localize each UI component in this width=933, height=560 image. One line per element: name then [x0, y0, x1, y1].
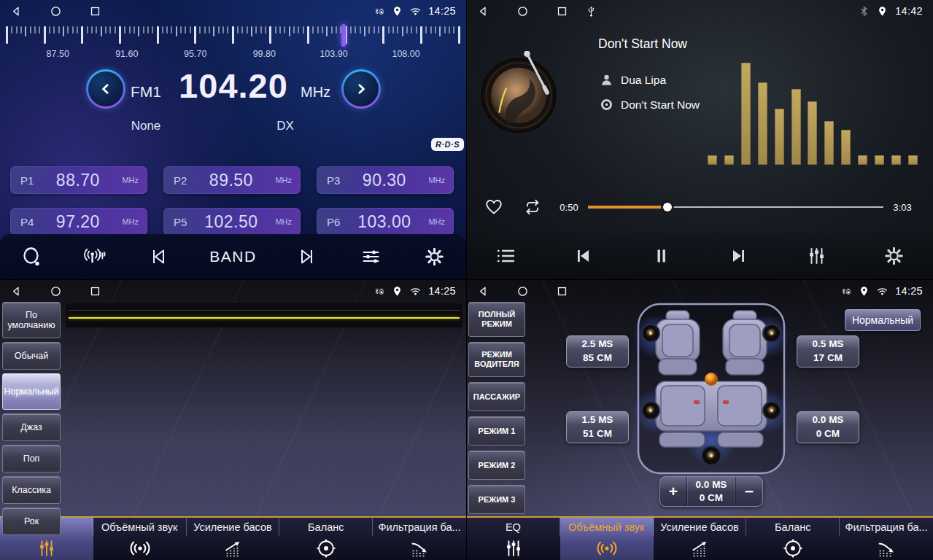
- wifi-icon: [877, 286, 888, 297]
- surround-icon: [93, 536, 187, 560]
- album-row: Don't Start Now: [600, 98, 700, 112]
- nav-back-icon[interactable]: [477, 5, 489, 18]
- band-button[interactable]: BAND: [209, 248, 256, 265]
- spectrum-bar: [708, 155, 717, 165]
- eq-statusbar: 14:25: [0, 280, 466, 302]
- sound-preset-button[interactable]: Нормальный: [845, 309, 921, 331]
- nav-recents-icon[interactable]: [89, 5, 101, 18]
- delay-rear-right-button[interactable]: 0.0 MS0 CM: [797, 411, 859, 443]
- gear-button[interactable]: [422, 246, 446, 268]
- mixer-icon: [805, 245, 829, 267]
- spectrum-bar: [758, 82, 767, 165]
- delay-front-left-button[interactable]: 2.5 MS85 CM: [566, 335, 629, 368]
- player-toolbar: [467, 233, 933, 279]
- nav-recents-icon[interactable]: [556, 285, 568, 298]
- clock: 14:25: [895, 285, 923, 297]
- bluetooth-battery-icon: [840, 286, 851, 297]
- delay-adjust-value: 0.0 MS 0 CM: [686, 477, 736, 506]
- delay-decrease-button[interactable]: −: [736, 483, 762, 500]
- nav-home-icon[interactable]: [516, 285, 529, 298]
- delay-increase-button[interactable]: +: [660, 483, 686, 500]
- tab-filter[interactable]: Фильтрация ба...: [840, 518, 933, 560]
- nav-back-icon[interactable]: [10, 5, 23, 18]
- tab-bass-boost[interactable]: Усиление басов: [654, 518, 747, 560]
- eq-preset-4[interactable]: Поп: [2, 445, 61, 472]
- eq-preset-3[interactable]: Джаз: [2, 413, 61, 441]
- nav-home-icon[interactable]: [50, 285, 62, 298]
- delay-rear-left-button[interactable]: 1.5 MS51 CM: [566, 411, 629, 443]
- eq-preset-6[interactable]: Рок: [2, 508, 61, 535]
- frequency-ticks: [6, 26, 460, 46]
- total-time: 3:03: [888, 202, 917, 213]
- gear-icon: [422, 246, 446, 268]
- eq-curve-display: [66, 303, 462, 327]
- preset-button-p1[interactable]: P1 88.70 MHz: [10, 166, 147, 194]
- elapsed-time: 0:50: [554, 202, 584, 213]
- listening-position-handle[interactable]: [705, 373, 718, 386]
- tune-settings-button[interactable]: [359, 246, 383, 268]
- frequency-scale[interactable]: 87.5091.6095.7099.80103.90108.00: [0, 24, 466, 61]
- tab-balance[interactable]: Баланс: [746, 518, 840, 560]
- repeat-button[interactable]: [521, 197, 544, 217]
- gear-button[interactable]: [882, 245, 906, 267]
- nav-back-icon[interactable]: [10, 285, 23, 298]
- preset-button-p2[interactable]: P2 89.50 MHz: [163, 166, 301, 194]
- clock: 14:42: [895, 5, 923, 17]
- preset-button-p6[interactable]: P6 103.00 MHz: [317, 208, 454, 236]
- mode-3[interactable]: РЕЖИМ 1: [468, 416, 525, 446]
- delay-front-right-button[interactable]: 0.5 MS17 CM: [797, 335, 859, 368]
- seek-bar[interactable]: [588, 202, 883, 212]
- tab-balance[interactable]: Баланс: [279, 518, 373, 560]
- nav-back-icon[interactable]: [477, 285, 489, 298]
- tab-surround[interactable]: Объёмный звук: [93, 518, 187, 560]
- broadcast-icon: [83, 246, 107, 268]
- eq-preset-1[interactable]: Обычай: [2, 342, 61, 370]
- preset-button-p3[interactable]: P3 90.30 MHz: [317, 166, 454, 194]
- eq-preset-5[interactable]: Классика: [2, 476, 61, 504]
- next-track-button[interactable]: [727, 245, 751, 267]
- playlist-button[interactable]: [494, 245, 518, 267]
- nav-home-icon[interactable]: [516, 5, 529, 18]
- seek-knob[interactable]: [663, 203, 672, 211]
- album-disc-icon: [600, 98, 613, 112]
- tab-surround[interactable]: Объёмный звук: [560, 518, 654, 560]
- prev-track-button[interactable]: [571, 245, 595, 267]
- next-outline-icon: [295, 246, 320, 268]
- scale-label: 91.60: [115, 49, 138, 59]
- tune-up-button[interactable]: [341, 69, 381, 109]
- location-icon: [392, 6, 403, 17]
- audio-tabbar-left: EQ Объёмный звук Усиление басов Баланс Ф…: [0, 516, 466, 560]
- balance-icon: [746, 536, 840, 560]
- tab-bass-boost[interactable]: Усиление басов: [187, 518, 280, 560]
- nav-recents-icon[interactable]: [89, 285, 101, 298]
- scale-label: 87.50: [47, 49, 69, 59]
- mode-2[interactable]: ПАССАЖИР: [468, 382, 525, 411]
- radio-toolbar: BAND: [0, 234, 466, 279]
- mode-4[interactable]: РЕЖИМ 2: [468, 451, 525, 480]
- mode-1[interactable]: РЕЖИМ ВОДИТЕЛЯ: [468, 342, 525, 377]
- sound-statusbar: 14:25: [467, 280, 933, 302]
- artist-name: Dua Lipa: [621, 74, 666, 87]
- nav-home-icon[interactable]: [50, 5, 62, 18]
- preset-button-p4[interactable]: P4 97.20 MHz: [10, 208, 147, 236]
- favorite-button[interactable]: [483, 197, 505, 217]
- next-outline-button[interactable]: [295, 246, 320, 268]
- pause-button[interactable]: [649, 245, 673, 267]
- nav-recents-icon[interactable]: [556, 5, 568, 18]
- mode-0[interactable]: ПОЛНЫЙ РЕЖИМ: [468, 302, 525, 337]
- eq-preset-2[interactable]: Нормальный: [2, 373, 61, 410]
- tab-filter[interactable]: Фильтрация ба...: [373, 518, 466, 560]
- surround-icon: [560, 536, 654, 560]
- bluetooth-battery-icon: [373, 6, 384, 17]
- scan-button[interactable]: [20, 246, 44, 268]
- next-track-icon: [727, 245, 751, 267]
- scan-icon: [20, 246, 44, 268]
- preset-button-p5[interactable]: P5 102.50 MHz: [163, 208, 301, 236]
- broadcast-button[interactable]: [83, 246, 107, 268]
- tab-eq-sliders[interactable]: EQ: [467, 518, 560, 560]
- prev-outline-button[interactable]: [146, 246, 170, 268]
- scale-label: 99.80: [253, 49, 276, 59]
- mode-5[interactable]: РЕЖИМ 3: [468, 485, 525, 514]
- mixer-button[interactable]: [805, 245, 829, 267]
- eq-preset-0[interactable]: По умолчанию: [2, 302, 61, 338]
